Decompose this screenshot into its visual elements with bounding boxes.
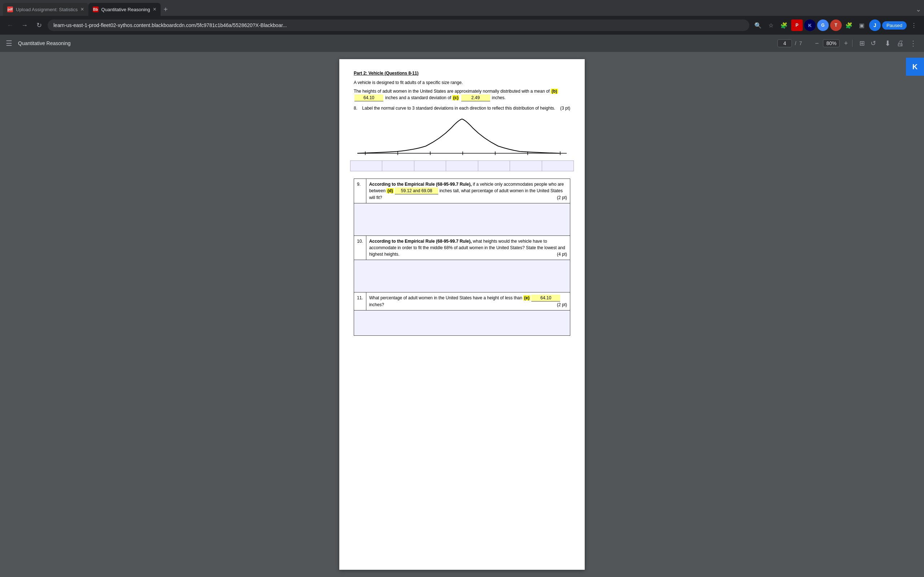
ext1-icon[interactable]: P — [791, 19, 803, 31]
q10-answer-area[interactable] — [354, 260, 570, 292]
label-b: (b) — [551, 89, 558, 94]
q9-answer-row — [354, 203, 570, 236]
normal-curve-svg — [350, 117, 574, 161]
q11-number: 11. — [354, 292, 366, 311]
tab1-favicon: pdf — [7, 6, 13, 12]
questions-table: 9. According to the Empirical Rule (68-9… — [354, 179, 570, 336]
label-box-2 — [382, 161, 414, 171]
tab-2[interactable]: Bb Quantitative Reasoning × — [89, 3, 161, 16]
page-number-input[interactable] — [777, 39, 792, 47]
search-icon[interactable]: 🔍 — [752, 19, 764, 31]
q11-row: 11. What percentage of adult women in th… — [354, 292, 570, 311]
download-button[interactable]: ⬇ — [883, 37, 892, 49]
q9-content: According to the Empirical Rule (68-95-9… — [366, 179, 570, 203]
q11-answer-row — [354, 311, 570, 336]
question-8: 8. Label the normal curve to 3 standard … — [354, 105, 570, 111]
part-heading-text: Part 2: Vehicle (Questions 8-11) — [354, 71, 418, 76]
address-input[interactable] — [48, 19, 749, 31]
browser-chrome: pdf Upload Assignment: Statistics × Bb Q… — [0, 0, 924, 35]
tab1-close[interactable]: × — [81, 6, 84, 13]
value-b: 64.10 — [354, 95, 383, 102]
intro-text: A vehicle is designed to fit adults of a… — [354, 79, 570, 86]
label-d: (d) — [386, 188, 393, 193]
more-button[interactable]: ⋮ — [908, 37, 918, 49]
back-button[interactable]: ← — [4, 19, 16, 31]
q9-row: 9. According to the Empirical Rule (68-9… — [354, 179, 570, 203]
pdf-toolbar: ☰ Quantitative Reasoning / 7 − 80% + ⊞ ↺… — [0, 35, 924, 52]
menu-icon[interactable]: ⋮ — [908, 19, 920, 31]
label-box-6 — [510, 161, 542, 171]
value-c: 2.49 — [461, 95, 490, 102]
label-box-3 — [414, 161, 446, 171]
label-box-1 — [350, 161, 382, 171]
value-e: 64.10 — [531, 295, 560, 301]
sidebar-icon[interactable]: ▣ — [856, 19, 868, 31]
tab1-label: Upload Assignment: Statistics — [16, 7, 78, 12]
toolbar-icons: 🔍 ☆ 🧩 P K G T 🧩 ▣ J Paused ⋮ — [752, 19, 920, 31]
document-page: Part 2: Vehicle (Questions 8-11) A vehic… — [339, 59, 585, 570]
part-heading: Part 2: Vehicle (Questions 8-11) — [354, 70, 570, 76]
zoom-in-button[interactable]: + — [842, 38, 849, 49]
label-e: (e) — [523, 295, 530, 300]
normal-curve-container — [354, 117, 570, 171]
q9-number: 9. — [354, 179, 366, 203]
extensions-icon[interactable]: 🧩 — [778, 19, 790, 31]
q10-answer-row — [354, 260, 570, 292]
label-c: (c) — [452, 95, 459, 100]
forward-button[interactable]: → — [19, 19, 30, 31]
tab2-label: Quantitative Reasoning — [102, 7, 150, 12]
page-separator: / — [795, 40, 796, 46]
document-area: Part 2: Vehicle (Questions 8-11) A vehic… — [0, 52, 924, 577]
label-box-4 — [446, 161, 478, 171]
pdf-page-controls: / 7 − 80% + ⊞ ↺ — [777, 38, 877, 49]
puzzle-icon[interactable]: 🧩 — [843, 19, 855, 31]
fit-page-button[interactable]: ⊞ — [858, 38, 866, 49]
tab-1[interactable]: pdf Upload Assignment: Statistics × — [3, 3, 89, 16]
label-boxes-row — [350, 161, 574, 171]
tab2-close[interactable]: × — [153, 6, 156, 13]
q11-content: What percentage of adult women in the Un… — [366, 292, 570, 311]
new-tab-button[interactable]: + — [163, 5, 168, 14]
paused-button[interactable]: Paused — [882, 21, 907, 29]
ext4-icon[interactable]: T — [830, 19, 842, 31]
tab2-favicon: Bb — [93, 6, 99, 12]
bookmark-icon[interactable]: ☆ — [765, 19, 777, 31]
pdf-title: Quantitative Reasoning — [18, 40, 772, 46]
q10-content: According to the Empirical Rule (68-95-9… — [366, 236, 570, 260]
zoom-out-button[interactable]: − — [814, 38, 821, 49]
total-pages: 7 — [799, 40, 802, 46]
label-box-7 — [542, 161, 574, 171]
profile-icon[interactable]: J — [869, 19, 881, 31]
reload-button[interactable]: ↻ — [33, 19, 45, 31]
q10-number: 10. — [354, 236, 366, 260]
address-bar: ← → ↻ 🔍 ☆ 🧩 P K G T 🧩 ▣ J Paused ⋮ — [0, 16, 924, 35]
distribution-text: The heights of adult women in the United… — [354, 88, 570, 102]
bell-curve-path — [357, 119, 559, 153]
q9-answer-area[interactable] — [354, 203, 570, 236]
rotate-button[interactable]: ↺ — [869, 38, 877, 49]
print-button[interactable]: 🖨 — [895, 38, 905, 49]
zoom-level: 80% — [823, 39, 840, 47]
ext3-icon[interactable]: G — [817, 19, 829, 31]
menu-button[interactable]: ☰ — [6, 39, 12, 48]
tab-list-button[interactable]: ⌄ — [916, 5, 921, 13]
q10-row: 10. According to the Empirical Rule (68-… — [354, 236, 570, 260]
value-d: 59.12 and 69.08 — [395, 187, 438, 194]
label-box-5 — [478, 161, 510, 171]
pdf-right-controls: ⬇ 🖨 ⋮ — [883, 37, 918, 49]
tab-bar: pdf Upload Assignment: Statistics × Bb Q… — [0, 0, 924, 16]
document-content: Part 2: Vehicle (Questions 8-11) A vehic… — [354, 70, 570, 336]
ext2-icon[interactable]: K — [804, 19, 816, 31]
k-floating-button[interactable]: K — [906, 58, 924, 76]
q11-answer-area[interactable] — [354, 311, 570, 336]
